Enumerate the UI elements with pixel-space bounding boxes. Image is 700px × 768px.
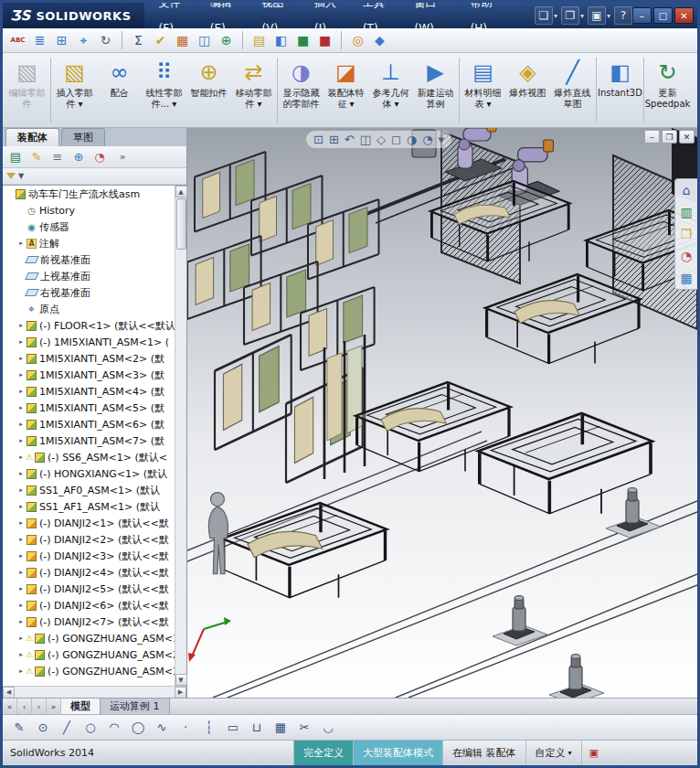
file-properties-icon[interactable]: ≣: [30, 31, 49, 50]
linear-pattern-icon[interactable]: ▦: [271, 719, 290, 737]
tree-item[interactable]: ▸(-) DIANJI2<2> (默认<<默: [3, 531, 175, 548]
status-tag-icon[interactable]: ▣: [581, 741, 606, 765]
scene-icon[interactable]: ◆: [370, 31, 389, 50]
expander-icon[interactable]: ▸: [16, 651, 26, 658]
scrollbar-thumb[interactable]: [176, 198, 186, 250]
tree-item[interactable]: ▸SS1_AF1_ASM<1> (默认: [3, 498, 175, 515]
expander-icon[interactable]: ▸: [16, 486, 26, 494]
expander-icon[interactable]: ▸: [16, 322, 26, 329]
check-document-icon[interactable]: ✔: [151, 31, 170, 50]
motor-pedestals[interactable]: [493, 488, 661, 698]
storage-racks[interactable]: [187, 152, 379, 483]
expander-icon[interactable]: ▸: [16, 536, 26, 543]
expander-icon[interactable]: ▸: [16, 371, 26, 379]
new-motion-study-button[interactable]: ▶新建运动算例: [413, 55, 458, 125]
straight-slot-icon[interactable]: ⊔: [248, 719, 266, 737]
zoom-fit-icon[interactable]: ⊡: [313, 133, 323, 146]
equations-icon[interactable]: Σ: [129, 31, 148, 50]
assembly-3d-scene[interactable]: [187, 128, 697, 698]
tree-item[interactable]: ▸(-) DIANJI2<1> (默认<<默: [3, 515, 175, 531]
edit-appearance-icon[interactable]: ◔: [422, 133, 432, 146]
tree-item[interactable]: ▸(-) DIANJI2<4> (默认<<默: [3, 564, 175, 581]
tree-item[interactable]: ▸⚠(-) GONGZHUANG_ASM<2: [3, 646, 175, 663]
expander-icon[interactable]: ▸: [16, 240, 26, 247]
tree-item[interactable]: 前视基准面: [3, 251, 175, 268]
tab-nav-1[interactable]: ‹: [17, 699, 32, 714]
tree-item[interactable]: ◷History: [3, 202, 175, 219]
configurationmanager-tab-icon[interactable]: ≡: [48, 148, 67, 166]
propertymanager-tab-icon[interactable]: ✎: [27, 148, 46, 166]
centerline-icon[interactable]: ┆: [200, 719, 218, 737]
expander-icon[interactable]: ▸: [16, 338, 26, 346]
maximize-button[interactable]: □: [653, 7, 673, 24]
tree-item[interactable]: ▸1MI5XIANTI_ASM<6> (默: [3, 416, 175, 432]
expander-icon[interactable]: ▸: [16, 421, 26, 428]
expander-icon[interactable]: ▸: [16, 453, 26, 461]
circle-icon[interactable]: ○: [81, 719, 100, 737]
tree-item[interactable]: ▸1MI5XIANTI_ASM<2> (默: [3, 350, 175, 367]
solidworks-resources-icon[interactable]: ⌂: [683, 183, 691, 197]
door-panels[interactable]: [248, 205, 579, 558]
view-orientation-icon[interactable]: ◇: [377, 133, 386, 146]
tree-item[interactable]: ▸(-) DIANJI2<5> (默认<<默: [3, 581, 175, 597]
reference-geometry-button[interactable]: ⊥参考几何体 ▾: [368, 55, 413, 125]
doc-minimize-icon[interactable]: –: [644, 130, 660, 144]
grid-settings-icon[interactable]: ⊞: [52, 31, 71, 50]
measure-icon[interactable]: ⌖: [74, 31, 93, 50]
spline-icon[interactable]: ∿: [153, 719, 171, 737]
bill-of-materials-button[interactable]: ▤材料明细表 ▾: [461, 55, 505, 125]
tree-item[interactable]: ▸(-) DIANJI2<3> (默认<<默: [3, 548, 175, 564]
section-view-icon[interactable]: ◫: [360, 133, 371, 146]
graphics-viewport[interactable]: ⊡⊞↶◫◇◻◑◔▾ –❐✕ ⌂▥❐◔▦: [187, 128, 697, 698]
expander-icon[interactable]: ▸: [16, 470, 26, 477]
open-document-dropdown-icon[interactable]: ▾: [580, 12, 584, 20]
hide-show-items-icon[interactable]: ◑: [407, 133, 417, 146]
tree-item[interactable]: ▸1MI5XIANTI_ASM<7> (默: [3, 432, 175, 449]
tree-item[interactable]: ▸(-) DIANJI2<6> (默认<<默: [3, 597, 175, 613]
view-settings-icon[interactable]: ▾: [439, 133, 445, 146]
tab-nav-3[interactable]: »: [47, 699, 61, 714]
model-tab[interactable]: 模型: [61, 699, 101, 714]
tree-item[interactable]: 上视基准面: [3, 268, 175, 284]
tree-filter-row[interactable]: ▼: [3, 168, 186, 185]
doc-close-icon[interactable]: ✕: [679, 130, 695, 144]
view-palette-icon[interactable]: ▦: [680, 271, 692, 285]
assembly-features-button[interactable]: ◪装配体特征 ▾: [323, 55, 368, 125]
tree-item[interactable]: ▸1MI5XIANTI_ASM<4> (默: [3, 383, 175, 400]
ellipse-icon[interactable]: ◯: [129, 719, 147, 737]
show-hidden-components-button[interactable]: ◑显示隐藏的零部件: [279, 55, 323, 125]
new-document-icon[interactable]: ❏: [535, 6, 553, 25]
insert-components-button[interactable]: ▧插入零部件 ▾: [52, 55, 97, 125]
expander-icon[interactable]: ▸: [16, 667, 26, 675]
point-icon[interactable]: ·: [176, 719, 195, 737]
scroll-right-icon[interactable]: ▶: [175, 687, 186, 699]
tab-nav-0[interactable]: «: [3, 699, 17, 714]
explode-line-sketch-button[interactable]: ╱爆炸直线草图: [550, 55, 595, 125]
tall-rack[interactable]: [324, 335, 365, 479]
expander-icon[interactable]: ▸: [16, 552, 26, 560]
spellcheck-icon[interactable]: ABC: [8, 31, 27, 50]
tab-nav-2[interactable]: ›: [32, 699, 47, 714]
instant3d-button[interactable]: ◧Instant3D: [598, 55, 642, 125]
tree-item[interactable]: ▸⚠(-) GONGZHUANG_ASM<3: [3, 663, 175, 679]
expander-icon[interactable]: ▸: [16, 503, 26, 510]
expander-icon[interactable]: ▸: [16, 437, 26, 444]
appearances-panel-icon[interactable]: ◔: [681, 249, 692, 263]
tree-item[interactable]: ▸1MI5XIANTI_ASM<3> (默: [3, 367, 175, 383]
tree-root-item[interactable]: 动车车门生产流水线asm: [3, 186, 175, 202]
smart-fasteners-button[interactable]: ⊕智能扣件: [186, 55, 231, 125]
simulation-icon[interactable]: ■: [293, 31, 313, 50]
zoom-area-icon[interactable]: ⊞: [329, 133, 339, 146]
trim-entities-icon[interactable]: ✂: [295, 719, 313, 737]
tree-item[interactable]: ▸(-) FLOOR<1> (默认<<默认: [3, 317, 175, 334]
motion-study-tab[interactable]: 运动算例 1: [101, 699, 170, 714]
tree-item[interactable]: ▸1MI5XIANTI_ASM<5> (默: [3, 400, 175, 416]
tree-item[interactable]: ▸SS1_AF0_ASM<1> (默认: [3, 482, 175, 498]
scroll-up-icon[interactable]: ▲: [175, 186, 187, 197]
tree-item[interactable]: ▸(-) HONGXIANG<1> (默认: [3, 465, 175, 482]
scroll-down-icon[interactable]: ▼: [175, 674, 187, 686]
expander-icon[interactable]: ▸: [16, 388, 26, 395]
tree-item[interactable]: ▸A注解: [3, 235, 175, 251]
open-document-icon[interactable]: ❐: [561, 6, 579, 25]
expander-icon[interactable]: ▸: [16, 618, 26, 625]
